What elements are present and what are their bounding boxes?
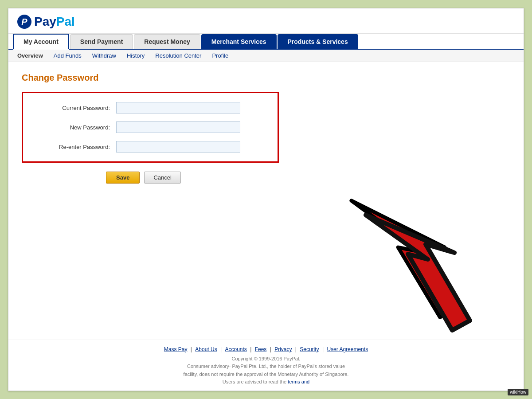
footer-link-about-us[interactable]: About Us bbox=[195, 346, 217, 352]
footer-terms-link[interactable]: terms and bbox=[288, 379, 309, 384]
page-title: Change Password bbox=[22, 73, 510, 83]
paypal-logo: P PayPal bbox=[17, 15, 515, 29]
footer: Mass Pay | About Us | Accounts | Fees | … bbox=[8, 340, 524, 391]
new-password-row: New Password: bbox=[36, 121, 264, 133]
subnav-withdraw[interactable]: Withdraw bbox=[92, 52, 116, 59]
cancel-button[interactable]: Cancel bbox=[144, 172, 180, 184]
footer-copyright: Copyright © 1999-2016 PayPal. bbox=[13, 355, 519, 363]
tab-products-services[interactable]: Products & Services bbox=[278, 34, 358, 49]
footer-advisory3: Users are advised to read the terms and bbox=[13, 378, 519, 386]
footer-link-accounts[interactable]: Accounts bbox=[225, 346, 246, 352]
footer-advisory1: Consumer advisory- PayPal Pte. Ltd., the… bbox=[13, 363, 519, 371]
sub-nav: Overview Add Funds Withdraw History Reso… bbox=[8, 50, 524, 62]
nav-tabs: My Account Send Payment Request Money Me… bbox=[8, 34, 524, 50]
subnav-history[interactable]: History bbox=[127, 52, 145, 59]
new-password-label: New Password: bbox=[36, 124, 116, 131]
paypal-wordmark: PayPal bbox=[34, 15, 75, 29]
footer-link-privacy[interactable]: Privacy bbox=[274, 346, 292, 352]
tab-merchant-services[interactable]: Merchant Services bbox=[201, 34, 277, 49]
footer-link-security[interactable]: Security bbox=[300, 346, 319, 352]
current-password-row: Current Password: bbox=[36, 102, 264, 113]
footer-links: Mass Pay | About Us | Accounts | Fees | … bbox=[13, 346, 519, 352]
reenter-password-row: Re-enter Password: bbox=[36, 141, 264, 153]
button-row: Save Cancel bbox=[22, 172, 510, 184]
paypal-p-icon: P bbox=[17, 15, 31, 29]
footer-link-fees[interactable]: Fees bbox=[255, 346, 267, 352]
reenter-password-input[interactable] bbox=[116, 141, 240, 153]
footer-advisory2: facility, does not require the approval … bbox=[13, 371, 519, 379]
tab-my-account[interactable]: My Account bbox=[13, 34, 69, 50]
subnav-add-funds[interactable]: Add Funds bbox=[54, 52, 82, 59]
current-password-label: Current Password: bbox=[36, 105, 116, 111]
subnav-resolution-center[interactable]: Resolution Center bbox=[155, 52, 201, 59]
red-arrow-icon bbox=[337, 187, 515, 364]
footer-link-user-agreements[interactable]: User Agreements bbox=[327, 346, 368, 352]
current-password-input[interactable] bbox=[116, 102, 240, 113]
change-password-form: Current Password: New Password: Re-enter… bbox=[22, 92, 279, 163]
wikihow-badge: wikiHow bbox=[508, 389, 528, 395]
paypal-pal: Pal bbox=[56, 15, 75, 28]
subnav-profile[interactable]: Profile bbox=[212, 52, 228, 59]
new-password-input[interactable] bbox=[116, 121, 240, 133]
save-button[interactable]: Save bbox=[106, 172, 140, 184]
footer-link-mass-pay[interactable]: Mass Pay bbox=[164, 346, 188, 352]
subnav-overview[interactable]: Overview bbox=[17, 52, 43, 59]
header: P PayPal bbox=[8, 8, 524, 34]
paypal-pay: Pay bbox=[34, 15, 56, 28]
main-container: P PayPal My Account Send Payment Request… bbox=[8, 8, 524, 391]
reenter-password-label: Re-enter Password: bbox=[36, 144, 116, 150]
content-area: Change Password Current Password: New Pa… bbox=[8, 62, 524, 194]
svg-marker-0 bbox=[352, 201, 459, 317]
red-arrow-container bbox=[337, 187, 515, 364]
tab-request-money[interactable]: Request Money bbox=[134, 34, 200, 49]
tab-send-payment[interactable]: Send Payment bbox=[70, 34, 133, 49]
